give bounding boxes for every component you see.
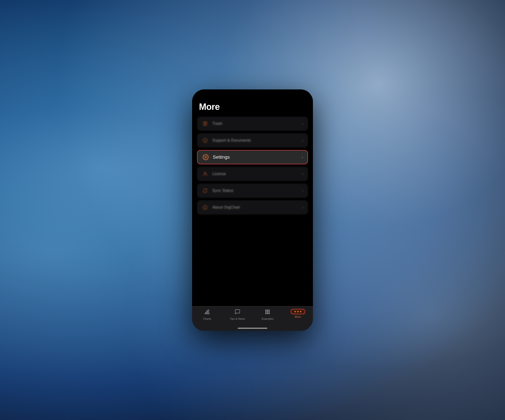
menu-item-license[interactable]: License › <box>197 167 308 181</box>
support-label: Support & Documents <box>212 138 251 143</box>
examples-icon <box>265 309 271 316</box>
menu-item-left: Sync Status <box>201 187 233 194</box>
more-icon-box <box>290 309 305 314</box>
phone-screen: More Trash › <box>192 89 313 331</box>
more-dots-icon <box>294 311 301 312</box>
more-tab-label: More <box>295 315 301 318</box>
dot-3 <box>300 311 301 312</box>
examples-tab-label: Examples <box>262 317 273 320</box>
menu-list: Trash › Support & Documents › <box>192 117 313 306</box>
tips-news-tab-label: Tips & News <box>230 317 245 320</box>
tab-more[interactable]: More <box>283 309 313 318</box>
menu-item-left: Support & Documents <box>201 137 251 144</box>
license-icon <box>201 170 209 178</box>
menu-item-left: About OrgChart <box>201 204 240 211</box>
menu-item-trash[interactable]: Trash › <box>197 117 308 131</box>
svg-rect-8 <box>269 311 270 312</box>
sync-chevron: › <box>302 188 304 193</box>
home-indicator <box>238 328 267 329</box>
tab-tips-news[interactable]: Tips & News <box>222 309 253 320</box>
menu-item-left: Trash <box>201 120 222 127</box>
svg-rect-9 <box>265 313 267 314</box>
support-icon <box>201 137 209 144</box>
about-chevron: › <box>302 205 304 210</box>
charts-icon <box>204 309 210 316</box>
sync-label: Sync Status <box>212 188 233 193</box>
gear-icon <box>202 153 209 161</box>
tab-examples[interactable]: Examples <box>252 309 283 320</box>
svg-point-1 <box>204 172 206 174</box>
trash-label: Trash <box>212 121 222 126</box>
tab-charts[interactable]: Charts <box>192 309 222 320</box>
svg-rect-5 <box>269 310 270 311</box>
about-icon <box>201 204 209 211</box>
svg-rect-3 <box>265 310 267 311</box>
support-chevron: › <box>302 138 304 143</box>
dot-2 <box>297 311 299 312</box>
menu-item-left: Settings <box>202 153 230 161</box>
about-label: About OrgChart <box>212 205 240 210</box>
tips-news-icon <box>234 309 240 316</box>
svg-rect-11 <box>269 313 270 314</box>
svg-rect-10 <box>267 313 268 314</box>
charts-tab-label: Charts <box>203 317 211 320</box>
tab-bar: Charts Tips & News <box>192 306 313 331</box>
svg-rect-4 <box>267 310 268 311</box>
menu-item-sync[interactable]: Sync Status › <box>197 184 308 198</box>
sync-icon <box>201 187 209 194</box>
settings-chevron: › <box>302 155 303 159</box>
settings-label: Settings <box>213 154 230 160</box>
phone-frame: More Trash › <box>192 89 313 331</box>
menu-item-left: License <box>201 170 226 178</box>
svg-rect-6 <box>265 311 267 312</box>
license-label: License <box>212 172 226 176</box>
menu-item-settings[interactable]: Settings › <box>197 150 308 164</box>
trash-chevron: › <box>302 121 304 126</box>
page-title: More <box>192 89 313 117</box>
svg-rect-7 <box>267 311 268 312</box>
menu-item-support[interactable]: Support & Documents › <box>197 133 308 148</box>
trash-icon <box>201 120 209 127</box>
license-chevron: › <box>302 172 304 176</box>
dot-1 <box>294 311 296 312</box>
menu-item-about[interactable]: About OrgChart › <box>197 200 308 215</box>
